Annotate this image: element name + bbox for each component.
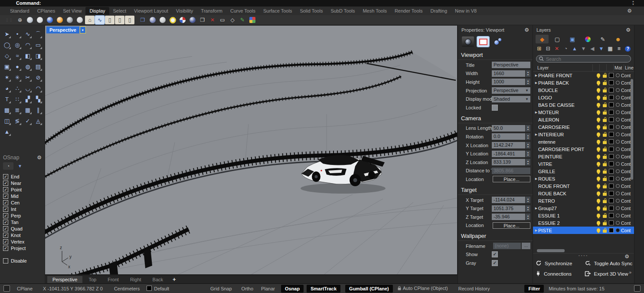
status-osnap[interactable]: Osnap: [281, 285, 304, 293]
list-view-icon[interactable]: ≡: [615, 45, 622, 52]
render-section-icon[interactable]: ▯: [115, 16, 124, 24]
ellipse-tool-icon[interactable]: ◎: [12, 40, 23, 50]
color-picker-icon[interactable]: ✎: [238, 16, 247, 24]
layer-lock-toggle[interactable]: [602, 80, 608, 85]
osnap-item-tan[interactable]: ✓Tan: [3, 219, 42, 225]
layer-row-roue-front[interactable]: ROUE FRONTCont: [533, 182, 634, 190]
layer-lock-toggle[interactable]: [602, 221, 608, 225]
layer-color-swatch[interactable]: [608, 184, 615, 188]
move-up-icon[interactable]: ▲: [571, 45, 578, 52]
status-planar[interactable]: Planar: [261, 286, 275, 291]
array-linear-tool-icon[interactable]: ≣: [12, 105, 23, 115]
render-preview-icon[interactable]: ▯: [125, 16, 134, 24]
status-left-panel-icon[interactable]: [3, 285, 10, 292]
field-gray-checkbox[interactable]: ✓: [492, 260, 498, 266]
export-3d-view-button[interactable]: Export 3D View: [585, 270, 634, 277]
layer-visibility-toggle[interactable]: [595, 147, 602, 151]
field-rotation-input[interactable]: 0.0: [492, 133, 525, 140]
screen-icon[interactable]: ▭: [218, 16, 227, 24]
footer-gear-icon[interactable]: ⚙: [624, 253, 631, 260]
freeform-curve-tool-icon[interactable]: ≈: [12, 50, 23, 61]
field-lens-length-mr-spinner[interactable]: ▲▼: [526, 125, 530, 132]
field-width-input[interactable]: 1660: [492, 70, 525, 77]
field-x-target-input[interactable]: -1144.024: [492, 197, 525, 203]
layer-visibility-toggle[interactable]: [595, 125, 602, 129]
layer-visibility-toggle[interactable]: [595, 177, 602, 181]
viewport-canvas[interactable]: z y x: [45, 25, 458, 275]
field-filename-input[interactable]: (none): [493, 243, 521, 249]
split-tool-icon[interactable]: ⊘: [33, 72, 43, 83]
layer-color-swatch[interactable]: [608, 95, 615, 100]
add-viewport-tab-button[interactable]: +: [173, 276, 176, 283]
layer-material-circle[interactable]: [615, 162, 621, 166]
expand-arrow-icon[interactable]: ▶: [534, 81, 538, 85]
surface-from-curves-tool-icon[interactable]: ◨: [33, 50, 43, 61]
move-points-tool-icon[interactable]: ∷: [12, 94, 23, 105]
circle-tool-icon[interactable]: ◯: [2, 40, 12, 50]
layer-color-swatch[interactable]: [608, 132, 615, 137]
layer-color-swatch[interactable]: [608, 125, 615, 129]
surface-3pt-tool-icon[interactable]: ◧: [23, 50, 33, 61]
camera-lens-icon[interactable]: [188, 16, 197, 24]
layer-color-swatch[interactable]: [608, 169, 615, 174]
layer-material-circle[interactable]: [615, 155, 621, 158]
blend-tool-icon[interactable]: ◠: [33, 83, 43, 94]
command-prompt[interactable]: Command:: [16, 0, 41, 6]
trim-tool-icon[interactable]: ✂: [23, 72, 33, 83]
check-tool-icon[interactable]: ✓: [23, 115, 33, 126]
layer-row-carroserie[interactable]: CARROSERIECont: [533, 123, 634, 131]
field-x-location-input[interactable]: 1142.247: [492, 142, 525, 148]
mascot-tab-icon[interactable]: ☻: [611, 35, 624, 43]
layer-material-circle[interactable]: [615, 132, 621, 136]
field-rotation-spinner[interactable]: ▲▼: [526, 133, 530, 140]
layer-linetype[interactable]: Cont: [621, 228, 634, 233]
status-cplane[interactable]: CPlane: [17, 286, 33, 291]
arc-tool-icon[interactable]: ◠: [23, 40, 33, 50]
expand-arrow-icon[interactable]: ▶: [534, 133, 538, 136]
layer-color-swatch[interactable]: [608, 88, 615, 92]
blast-tool-icon[interactable]: ✳: [12, 72, 23, 83]
field-height-spinner[interactable]: ▲▼: [526, 79, 530, 85]
field-y-target-spinner[interactable]: ▲▼: [526, 205, 530, 212]
move-down-icon[interactable]: ▼: [580, 45, 587, 52]
layer-visibility-toggle[interactable]: [595, 199, 602, 203]
xray-sphere-icon[interactable]: [45, 16, 55, 24]
layer-lock-toggle[interactable]: [602, 228, 608, 233]
osnap-item-quad[interactable]: ✓Quad: [3, 225, 42, 232]
toolbar-drag-handle[interactable]: ⋮⋮: [5, 18, 13, 22]
layer-material-circle[interactable]: [615, 110, 621, 114]
shaded-sphere-icon[interactable]: [35, 16, 45, 24]
osnap-item-point[interactable]: ✓Point: [3, 186, 42, 193]
layer-visibility-toggle[interactable]: [595, 73, 602, 77]
field-x-target-spinner[interactable]: ▲▼: [526, 197, 530, 203]
select-tool-icon[interactable]: ➤: [2, 29, 12, 40]
mesh-tool-icon[interactable]: ◬: [33, 115, 43, 126]
viewport-tab-top[interactable]: Top: [83, 276, 101, 283]
layer-row-essuie-2[interactable]: ESSUIE 2Cont: [533, 219, 634, 227]
layer-material-circle[interactable]: [615, 184, 621, 188]
layer-color-swatch[interactable]: [608, 117, 615, 122]
layer-lock-toggle[interactable]: [602, 161, 608, 166]
osnap-snaps-tab[interactable]: ◔: [3, 162, 13, 170]
layer-linetype[interactable]: Cont: [621, 184, 634, 189]
status-filter[interactable]: Filter: [524, 285, 544, 293]
layer-linetype[interactable]: Cont: [621, 221, 634, 226]
center-mark-tool-icon[interactable]: ∥: [33, 105, 43, 115]
linked-views-tab-icon[interactable]: [492, 36, 504, 47]
layer-lock-toggle[interactable]: [602, 110, 608, 115]
field-title-input[interactable]: Perspective: [492, 62, 530, 68]
viewport-tab-right[interactable]: Right: [125, 276, 147, 283]
quarter-sphere-icon[interactable]: [178, 16, 187, 24]
expand-arrow-icon[interactable]: ▶: [534, 177, 538, 181]
osnap-filter-tab[interactable]: ▼: [15, 162, 25, 170]
layer-material-circle[interactable]: [615, 177, 621, 181]
layer-row-piste[interactable]: ▶PISTECont: [533, 227, 634, 234]
layer-visibility-toggle[interactable]: [595, 228, 602, 232]
layer-material-circle[interactable]: [615, 140, 621, 144]
control-point-curve-tool-icon[interactable]: ∿: [23, 29, 33, 40]
layer-row-phare-back[interactable]: ▶PHARE BACKCont: [533, 79, 634, 86]
point-cloud-tool-icon[interactable]: ∴: [12, 83, 23, 94]
layer-row-carroserie-port[interactable]: CARROSERIE PORTCont: [533, 145, 634, 153]
menu-tab-select[interactable]: Select: [109, 7, 131, 15]
menu-tab-display[interactable]: Display: [85, 7, 109, 15]
